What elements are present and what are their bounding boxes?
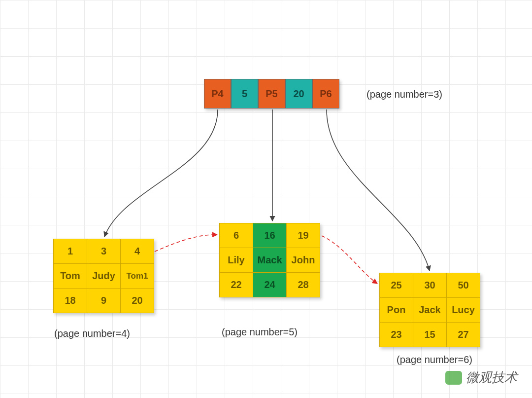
leaf6-r0c0: 25 <box>380 273 413 298</box>
leaf5-r1c0: Lily <box>220 248 253 273</box>
leaf5-r0c2: 19 <box>287 223 320 248</box>
root-index-page: P4 5 P5 20 P6 <box>204 79 339 109</box>
leaf6-caption: (page number=6) <box>397 354 472 365</box>
leaf4-r2c1: 9 <box>87 289 121 313</box>
root-ptr-p6: P6 <box>312 79 339 109</box>
root-key-20: 20 <box>285 79 312 109</box>
root-key-5: 5 <box>231 79 258 109</box>
leaf5-r2c0: 22 <box>220 273 253 297</box>
leaf6-r2c2: 27 <box>447 323 480 347</box>
leaf4-r0c1: 3 <box>87 239 121 264</box>
leaf5-r2c1: 24 <box>253 273 287 297</box>
leaf6-r1c0: Pon <box>380 298 413 323</box>
leaf-page-4: 1 3 4 Tom Judy Tom1 18 9 20 <box>53 239 154 313</box>
leaf5-caption: (page number=5) <box>222 326 298 338</box>
leaf5-r0c1: 16 <box>253 223 287 248</box>
leaf6-r0c2: 50 <box>447 273 480 298</box>
leaf6-r1c2: Lucy <box>447 298 480 323</box>
leaf6-r2c0: 23 <box>380 323 413 347</box>
leaf6-r1c1: Jack <box>413 298 447 323</box>
leaf-page-6: 25 30 50 Pon Jack Lucy 23 15 27 <box>379 273 480 347</box>
leaf5-r1c1: Mack <box>253 248 287 273</box>
watermark-text: 微观技术 <box>466 369 517 386</box>
leaf6-r2c1: 15 <box>413 323 447 347</box>
leaf5-r2c2: 28 <box>287 273 320 297</box>
leaf4-r2c0: 18 <box>54 289 87 313</box>
wechat-icon <box>445 371 462 385</box>
leaf4-r0c2: 4 <box>121 239 154 264</box>
leaf4-r1c1: Judy <box>87 264 121 289</box>
leaf5-r1c2: John <box>287 248 320 273</box>
root-ptr-p5: P5 <box>258 79 285 109</box>
leaf5-r0c0: 6 <box>220 223 253 248</box>
leaf4-r1c2: Tom1 <box>121 264 154 289</box>
root-ptr-p4: P4 <box>204 79 231 109</box>
root-caption: (page number=3) <box>366 89 442 100</box>
leaf4-r1c0: Tom <box>54 264 87 289</box>
leaf-page-5: 6 16 19 Lily Mack John 22 24 28 <box>219 223 320 297</box>
leaf6-r0c1: 30 <box>413 273 447 298</box>
watermark: 微观技术 <box>445 369 517 386</box>
leaf4-r2c2: 20 <box>121 289 154 313</box>
leaf4-r0c0: 1 <box>54 239 87 264</box>
leaf4-caption: (page number=4) <box>54 328 130 339</box>
